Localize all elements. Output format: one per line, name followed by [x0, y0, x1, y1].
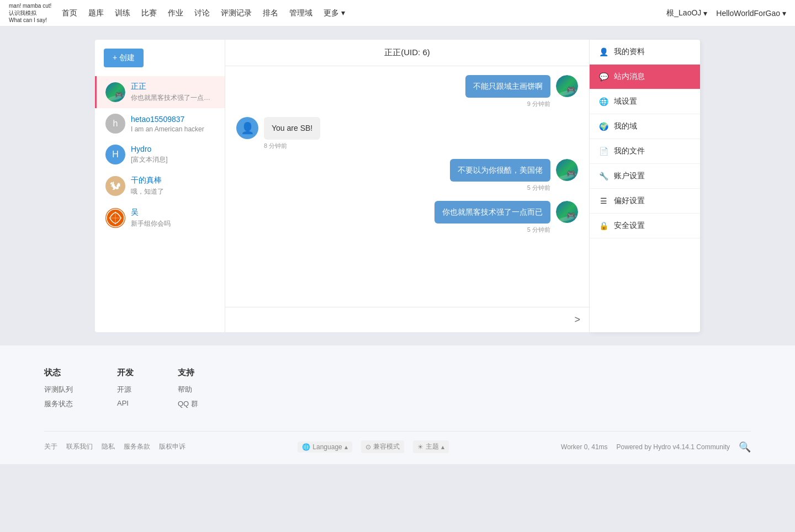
nav-link-评测记录[interactable]: 评测记录 — [221, 8, 252, 18]
avatar: 🎮 — [556, 159, 578, 181]
footer-link[interactable]: QQ 群 — [178, 399, 198, 409]
footer-column-title: 支持 — [178, 368, 198, 378]
footer-column: 开发开源API — [117, 368, 134, 413]
conversation-list: 🎮正正你也就黑客技术强了一点而已hhetao15509837I am an Am… — [95, 76, 225, 234]
footer-bottom-link[interactable]: 隐私 — [102, 442, 115, 451]
chevron-down-icon2: ▾ — [782, 9, 786, 18]
conv-name: hetao15509837 — [131, 115, 216, 124]
conv-name: Hydro — [131, 145, 216, 153]
user1-dropdown[interactable]: 根_LaoOJ ▾ — [666, 8, 707, 18]
footer-link[interactable]: 服务状态 — [44, 399, 73, 409]
footer-bottom-link[interactable]: 关于 — [44, 442, 57, 451]
menu-item-label: 账户设置 — [614, 171, 645, 181]
conv-preview: 你也就黑客技术强了一点而已 — [131, 93, 216, 103]
avatar: 👤 — [236, 117, 258, 139]
send-button[interactable]: > — [574, 314, 580, 326]
powered-by: Powered by Hydro v4.14.1 Community — [617, 443, 730, 451]
message-bubble: You are SB! — [264, 117, 320, 140]
conversation-item[interactable]: hhetao15509837I am an American hacker — [95, 108, 225, 139]
language-badge[interactable]: 🌐 Language ▴ — [298, 441, 352, 453]
message-row: 🎮不能只跟域主画饼啊9 分钟前 — [236, 75, 578, 108]
user1-label: 根_LaoOJ — [666, 8, 701, 18]
footer-link[interactable]: 帮助 — [178, 385, 198, 395]
chat-area: 正正(UID: 6) 🎮不能只跟域主画饼啊9 分钟前👤You are SB!8 … — [225, 40, 590, 332]
footer-column: 支持帮助QQ 群 — [178, 368, 198, 413]
globe-icon: 🌐 — [598, 97, 608, 107]
footer: 状态评测队列服务状态开发开源API支持帮助QQ 群 关于联系我们隐私服务条款版权… — [0, 345, 795, 464]
avatar: 🎮 — [556, 201, 578, 223]
search-icon[interactable]: 🔍 — [739, 441, 751, 453]
conv-name: 吴 — [131, 208, 216, 217]
footer-bottom-link[interactable]: 版权申诉 — [159, 442, 186, 451]
theme-badge[interactable]: ☀ 主题 ▴ — [413, 440, 449, 453]
avatar: h — [105, 114, 125, 134]
nav-link-作业[interactable]: 作业 — [168, 8, 183, 18]
menu-item-我的域[interactable]: 🌍我的域 — [590, 114, 700, 139]
nav-link-讨论[interactable]: 讨论 — [194, 8, 210, 18]
menu-item-域设置[interactable]: 🌐域设置 — [590, 89, 700, 114]
message-bubble: 不能只跟域主画饼啊 — [465, 75, 550, 98]
conversation-item[interactable]: 🐿干的真棒哦，知道了 — [95, 170, 225, 202]
menu-item-账户设置[interactable]: 🔧账户设置 — [590, 164, 700, 189]
conversation-item[interactable]: 🎮正正你也就黑客技术强了一点而已 — [95, 76, 225, 108]
nav-links: 首页题库训练比赛作业讨论评测记录排名管理域更多 ▾ — [62, 8, 666, 18]
create-button[interactable]: + 创建 — [104, 49, 144, 67]
footer-bottom-link[interactable]: 联系我们 — [66, 442, 93, 451]
conv-preview: I am an American hacker — [131, 125, 216, 133]
footer-link[interactable]: 开源 — [117, 385, 134, 395]
user2-label: HelloWorldForGao — [716, 9, 780, 18]
avatar: 🐿 — [105, 176, 125, 196]
compat-badge[interactable]: ⊙ 兼容模式 — [361, 440, 404, 453]
nav-link-比赛[interactable]: 比赛 — [141, 8, 157, 18]
message-row: 🎮你也就黑客技术强了一点而已5 分钟前 — [236, 201, 578, 234]
lines-icon: ☰ — [598, 196, 608, 206]
message-row: 👤You are SB!8 分钟前 — [236, 117, 578, 150]
theme-icon: ☀ — [417, 443, 423, 451]
conversation-item[interactable]: 吴新手组你会吗 — [95, 202, 225, 234]
avatar: 🎮 — [105, 82, 125, 102]
menu-item-我的资料[interactable]: 👤我的资料 — [590, 40, 700, 65]
logo-text: man! mamba cut!认识我模拟What can I say! — [9, 2, 53, 24]
menu-item-label: 安全设置 — [614, 221, 645, 231]
compat-icon: ⊙ — [365, 443, 371, 451]
footer-link[interactable]: 评测队列 — [44, 385, 73, 395]
chevron-down-icon: ▾ — [703, 9, 707, 18]
footer-link[interactable]: API — [117, 399, 134, 407]
nav-link-管理域[interactable]: 管理域 — [289, 8, 312, 18]
menu-item-安全设置[interactable]: 🔒安全设置 — [590, 214, 700, 238]
conv-name: 正正 — [131, 82, 216, 92]
menu-item-label: 我的资料 — [614, 47, 645, 57]
compat-label: 兼容模式 — [373, 442, 400, 451]
file-icon: 📄 — [598, 146, 608, 156]
message-row: 🎮不要以为你很酷，美国佬5 分钟前 — [236, 159, 578, 192]
nav-link-题库[interactable]: 题库 — [88, 8, 104, 18]
menu-item-我的文件[interactable]: 📄我的文件 — [590, 139, 700, 164]
message-bubble: 你也就黑客技术强了一点而已 — [434, 201, 550, 224]
wrench-icon: 🔧 — [598, 171, 608, 181]
footer-bottom-link[interactable]: 服务条款 — [124, 442, 150, 451]
globe-icon: 🌐 — [302, 443, 310, 451]
chevron-up-icon2: ▴ — [441, 443, 444, 451]
user2-dropdown[interactable]: HelloWorldForGao ▾ — [716, 9, 786, 18]
person-icon: 👤 — [598, 47, 608, 57]
chat-input-area: > — [225, 307, 589, 332]
right-sidebar: 👤我的资料💬站内消息🌐域设置🌍我的域📄我的文件🔧账户设置☰偏好设置🔒安全设置 — [590, 40, 700, 332]
menu-item-偏好设置[interactable]: ☰偏好设置 — [590, 189, 700, 214]
menu-item-label: 我的文件 — [614, 146, 645, 156]
message-time: 5 分钟前 — [450, 184, 550, 192]
menu-item-label: 我的域 — [614, 121, 637, 131]
navbar-right: 根_LaoOJ ▾ HelloWorldForGao ▾ — [666, 8, 786, 18]
chat-messages: 🎮不能只跟域主画饼啊9 分钟前👤You are SB!8 分钟前🎮不要以为你很酷… — [225, 66, 589, 307]
chevron-up-icon: ▴ — [344, 443, 348, 451]
nav-link-更多[interactable]: 更多 ▾ — [324, 8, 345, 18]
conversation-item[interactable]: HHydro[富文本消息] — [95, 139, 225, 170]
nav-link-排名[interactable]: 排名 — [263, 8, 278, 18]
theme-label: 主题 — [426, 442, 439, 451]
chat-icon: 💬 — [598, 72, 608, 82]
menu-item-站内消息[interactable]: 💬站内消息 — [590, 65, 700, 89]
nav-link-训练[interactable]: 训练 — [115, 8, 130, 18]
logo: man! mamba cut!认识我模拟What can I say! — [9, 2, 53, 24]
footer-column-title: 状态 — [44, 368, 73, 378]
footer-bottom: 关于联系我们隐私服务条款版权申诉 🌐 Language ▴ ⊙ 兼容模式 ☀ 主… — [44, 431, 751, 453]
nav-link-首页[interactable]: 首页 — [62, 8, 77, 18]
